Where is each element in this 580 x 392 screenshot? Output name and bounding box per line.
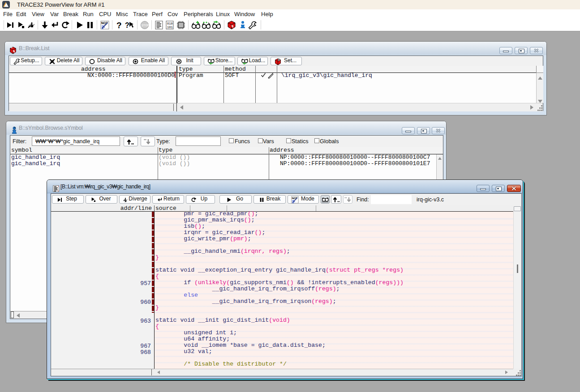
svg-text:010: 010 (167, 22, 173, 26)
svg-text:?: ? (125, 21, 129, 29)
svg-text:101: 101 (167, 26, 173, 29)
svg-text:STOP: STOP (142, 24, 149, 27)
svg-text:?: ? (116, 21, 122, 30)
